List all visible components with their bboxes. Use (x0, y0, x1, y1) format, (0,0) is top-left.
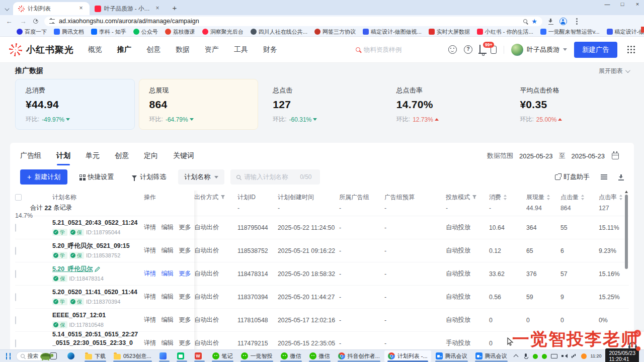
column-header[interactable]: 计划名称 (52, 193, 144, 202)
quick-setup-button[interactable]: 快捷设置 (73, 169, 120, 185)
header-search-input[interactable] (364, 46, 424, 53)
taskbar-app[interactable] (191, 350, 208, 362)
taskbar-app[interactable]: 微信 (277, 350, 305, 362)
column-header[interactable]: 广告组预算 (384, 193, 446, 202)
sort-icon[interactable] (619, 195, 623, 200)
address-bar[interactable]: ad.xiaohongshu.com/aurora/ad/manage/camp… (44, 17, 542, 26)
calendar-icon[interactable] (612, 153, 619, 159)
tray-icon[interactable] (561, 353, 567, 359)
sort-icon[interactable] (503, 195, 507, 200)
tray-icon[interactable] (513, 353, 519, 359)
nav-item[interactable]: 概览 (88, 43, 102, 56)
select-all-checkbox[interactable] (15, 194, 22, 201)
column-header[interactable]: 操作 (144, 193, 194, 202)
bookmark-star-icon[interactable]: ★ (531, 18, 537, 25)
plan-name-link[interactable]: 5.14_0515_20:51_0515_22:27_0515_22:30_05… (52, 331, 138, 346)
column-header[interactable]: 计划ID (237, 193, 278, 202)
plan-name-link[interactable]: 5.20_0520_11:41_0520_11:44 (52, 289, 137, 296)
bookmark-item[interactable]: 稿定设计-做图做视... (359, 28, 425, 36)
action-link[interactable]: 更多 (179, 223, 191, 232)
downloads-icon[interactable] (548, 19, 553, 24)
new-ad-button[interactable]: 新建广告 (574, 42, 617, 58)
browser-profile-icon[interactable] (559, 18, 567, 25)
row-checkbox[interactable] (15, 247, 16, 255)
action-link[interactable]: 编辑 (162, 223, 174, 232)
bookmark-item[interactable]: 稿定设计-做图做视... (603, 28, 644, 36)
row-checkbox[interactable] (15, 293, 16, 301)
site-settings-icon[interactable] (49, 19, 55, 24)
download-icon[interactable] (618, 174, 624, 180)
tray-icon[interactable] (551, 353, 557, 359)
entity-tab[interactable]: 创意 (115, 151, 129, 165)
action-link[interactable]: 编辑 (162, 246, 174, 255)
column-settings-icon[interactable] (601, 174, 607, 175)
browser-menu-icon[interactable] (576, 21, 578, 22)
taskbar-search[interactable]: 搜索 (16, 351, 44, 361)
taskbar-app[interactable] (174, 350, 190, 362)
entity-tab[interactable]: 计划 (56, 151, 70, 165)
nav-item[interactable]: 工具 (234, 43, 248, 56)
action-link[interactable]: 更多 (179, 293, 191, 301)
sort-icon[interactable] (581, 195, 585, 200)
tab-close-icon[interactable] (154, 5, 161, 12)
header-search[interactable] (356, 46, 441, 53)
forward-button[interactable]: → (19, 18, 27, 25)
windows-start-button[interactable] (6, 353, 7, 356)
taskbar-app[interactable]: 下载 (82, 350, 109, 362)
expand-chart-link[interactable]: 展开图表 (599, 67, 629, 75)
filter-icon[interactable] (220, 195, 225, 200)
feedback-smiley-icon[interactable] (448, 45, 457, 54)
notifications[interactable]: 99+ (479, 45, 480, 54)
action-link[interactable]: 编辑 (162, 316, 174, 324)
action-link[interactable]: 编辑 (162, 339, 174, 347)
bookmark-item[interactable]: 荔枝微课 (162, 28, 199, 36)
bookmark-item[interactable]: 一觉醒来智慧运营v... (537, 28, 603, 36)
column-header[interactable]: 所属广告组 (339, 193, 384, 202)
action-link[interactable]: 详情 (144, 269, 156, 278)
row-checkbox[interactable] (15, 270, 16, 278)
monitor-assistant-link[interactable]: 盯盘助手 (555, 172, 590, 182)
date-start[interactable]: 2025-05-23 (519, 152, 553, 160)
column-header[interactable]: 点击率 (599, 193, 628, 202)
entity-tab[interactable]: 广告组 (20, 151, 41, 165)
new-tab-button[interactable]: + (169, 3, 180, 14)
url-text[interactable]: ad.xiaohongshu.com/aurora/ad/manage/camp… (59, 18, 519, 25)
row-checkbox[interactable] (15, 224, 16, 232)
column-header[interactable]: 投放模式 (446, 193, 489, 202)
action-link[interactable]: 编辑 (162, 269, 174, 278)
taskbar-app[interactable]: 抖音创作者... (335, 350, 383, 362)
plan-filter-button[interactable]: 计划筛选 (126, 169, 172, 185)
zoom-icon[interactable] (523, 19, 527, 23)
taskbar-app[interactable] (64, 350, 80, 362)
sort-icon[interactable] (546, 195, 550, 200)
column-header[interactable]: 出价方式 (194, 193, 237, 202)
bookmark-item[interactable]: 腾讯文档 (50, 28, 88, 36)
bookmark-item[interactable]: 小红书 - 你的生活... (473, 28, 537, 36)
taskbar-app[interactable]: 0523创意... (110, 350, 155, 362)
entity-tab[interactable]: 单元 (86, 151, 100, 165)
row-checkbox[interactable] (15, 316, 16, 324)
taskbar-app[interactable]: 一觉智投 (237, 350, 276, 362)
nav-item[interactable]: 推广 (117, 43, 131, 56)
bookmark-item[interactable]: 李科 - 知乎 (88, 28, 130, 36)
taskbar-app[interactable]: 笔记 (209, 350, 236, 362)
search-field-select[interactable]: 计划名称 (178, 169, 224, 185)
new-plan-button[interactable]: + 新建计划 (20, 169, 67, 185)
column-header[interactable]: 消费 (489, 193, 526, 202)
column-header[interactable]: 计划创建时间 (278, 193, 339, 202)
browser-tab[interactable]: 计划列表 (13, 2, 90, 15)
action-link[interactable]: 更多 (179, 316, 191, 324)
plan-name-link[interactable]: 5.20_呼伦贝尔_0521_09:15 (52, 242, 130, 249)
tray-icon[interactable] (581, 353, 587, 359)
nav-item[interactable]: 财务 (263, 43, 277, 56)
tray-icon[interactable] (571, 353, 577, 359)
column-header[interactable]: 点击量 (560, 193, 599, 202)
action-link[interactable]: 详情 (144, 316, 156, 324)
action-link[interactable]: 详情 (144, 246, 156, 255)
plan-name-link[interactable]: 5.20_呼伦贝尔 (52, 265, 93, 273)
filter-icon[interactable] (472, 195, 477, 200)
action-link[interactable]: 更多 (179, 339, 191, 347)
action-link[interactable]: 详情 (144, 339, 156, 347)
column-header[interactable]: 展现量 (526, 193, 560, 202)
bookmark-item[interactable]: 洞察聚光后台 (199, 28, 247, 36)
